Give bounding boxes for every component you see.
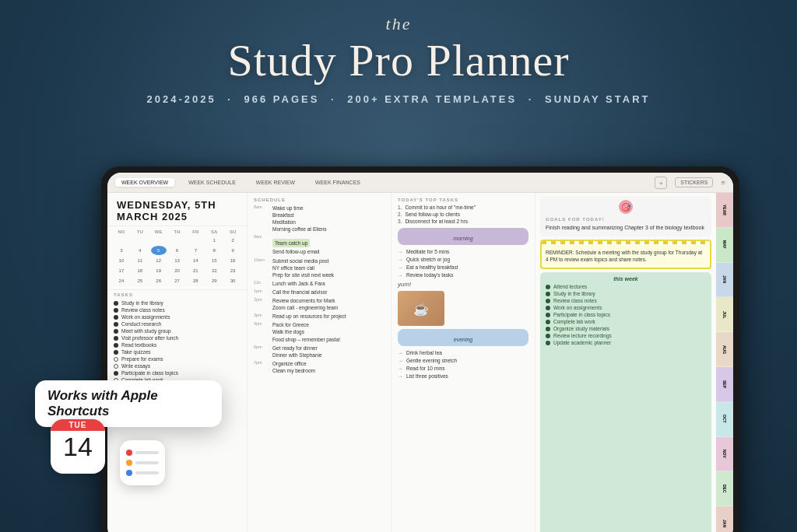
column-top-tasks: TODAY'S TOP TASKS 1. Commit to an hour o… xyxy=(391,193,535,532)
reminder-bar xyxy=(135,461,159,464)
week-text: Participate in class topics xyxy=(553,312,610,317)
tab-dec-label: DEC xyxy=(722,485,727,493)
top-task-text: Disconnect for at least 2 hrs xyxy=(405,219,468,224)
cal-day xyxy=(170,236,185,245)
subtitle-templates: 200+ EXTRA TEMPLATES xyxy=(347,93,517,105)
tab-may[interactable]: MAY xyxy=(716,228,733,263)
schedule-events: Call the financial advisor xyxy=(272,289,384,296)
morning-section-pill: morning xyxy=(398,228,528,245)
schedule-events: Submit social media post NY office team … xyxy=(272,257,384,278)
morning-item-text: Review today's tasks xyxy=(406,272,454,278)
schedule-events: Lunch with Jack & Fara xyxy=(272,280,384,287)
yum-label: yum! xyxy=(391,279,535,289)
morning-item-text: Meditate for 5 mins xyxy=(406,249,449,254)
tab-jul[interactable]: JUL xyxy=(716,297,733,332)
task-text: Participate in class topics xyxy=(121,370,178,376)
tab-sep[interactable]: SEP xyxy=(716,367,733,402)
task-bullet-empty xyxy=(114,357,118,362)
list-item: Meet with study group xyxy=(107,327,247,334)
top-task-num: 1. xyxy=(398,205,402,210)
evening-item-4: → List three positives xyxy=(391,373,535,380)
tab-jan2[interactable]: JAN xyxy=(716,506,733,532)
task-bullet-filled xyxy=(114,301,118,306)
schedule-3pm: 3pm Read up on resources for project xyxy=(248,312,391,320)
arrow-icon: → xyxy=(398,358,403,364)
task-bullet-empty xyxy=(114,364,118,369)
schedule-1pm: 1pm Call the financial advisor xyxy=(248,288,391,296)
tab-year[interactable]: YEAR xyxy=(716,193,733,228)
schedule-events: Read up on resources for project xyxy=(272,313,384,320)
tab-week-overview[interactable]: WEEK OVERVIEW xyxy=(115,178,174,187)
schedule-event: Wake up time xyxy=(272,205,384,212)
goals-label: GOALS FOR TODAY! xyxy=(546,217,706,222)
week-bullet xyxy=(546,285,550,289)
current-date: WEDNESDAY, 5TH MARCH 2025 xyxy=(117,199,237,222)
schedule-label: SCHEDULE xyxy=(248,196,391,204)
column-goals: 🎯 GOALS FOR TODAY! Finish reading and su… xyxy=(535,193,716,532)
calendar-app-icon: TUE 14 xyxy=(51,419,105,474)
week-item-4: Work on assignments xyxy=(546,305,706,310)
morning-item-4: → Review today's tasks xyxy=(391,271,535,279)
tab-week-schedule[interactable]: WEEK SCHEDULE xyxy=(182,178,242,187)
arrow-icon: → xyxy=(398,350,403,356)
schedule-event: Clean my bedroom xyxy=(272,367,384,374)
tab-nov[interactable]: NOV xyxy=(716,437,733,472)
cal-day: 3 xyxy=(114,246,129,255)
tab-jan1[interactable]: JAN xyxy=(716,263,733,298)
tab-week-review[interactable]: WEEK REVIEW xyxy=(250,178,301,187)
tab-aug[interactable]: AUG xyxy=(716,332,733,367)
schedule-events: Team catch up Send follow-up email xyxy=(272,234,384,255)
add-tab-button[interactable]: + xyxy=(655,177,667,189)
the-label: the xyxy=(0,14,797,34)
week-bullet xyxy=(546,292,550,296)
cal-day: 14 xyxy=(188,256,203,265)
reminder-bar xyxy=(135,451,159,454)
evening-item-text: Read for 10 mins xyxy=(406,366,445,371)
evening-item-text: Gentle evening stretch xyxy=(406,358,457,363)
week-bullet xyxy=(546,334,550,338)
cal-day: 18 xyxy=(132,266,148,275)
list-item: Study in the library xyxy=(107,299,247,306)
schedule-4pm: 4pm Pack for Greece Walk the dogs Food s… xyxy=(248,320,391,343)
this-week-label: this week xyxy=(546,276,706,282)
tab-week-finances[interactable]: WEEK FINANCES xyxy=(309,178,367,187)
tab-dec[interactable]: DEC xyxy=(716,471,733,506)
reminder-circle-red xyxy=(126,450,132,456)
schedule-events: Review documents for Mark Zoom call - en… xyxy=(272,297,384,311)
arrow-icon: → xyxy=(398,249,403,255)
list-item: Write essays xyxy=(107,362,247,369)
cal-day: 1 xyxy=(206,236,222,245)
time-4pm: 4pm xyxy=(254,321,269,342)
task-text: Meet with study group xyxy=(121,328,171,334)
evening-section-pill: evening xyxy=(398,329,528,346)
top-task-3: 3. Disconnect for at least 2 hrs xyxy=(391,218,535,225)
cal-day: 4 xyxy=(132,246,148,255)
cal-day: 7 xyxy=(188,246,203,255)
schedule-event: Call the financial advisor xyxy=(272,289,384,296)
list-item: Conduct research xyxy=(107,320,247,327)
schedule-events: Get ready for dinner Dinner with Stephan… xyxy=(272,345,384,359)
calendar-day-headers: NO TU WE TH FR SA SU xyxy=(114,229,241,234)
week-text: Review class notes xyxy=(553,298,597,303)
week-item-7: Organize study materials xyxy=(546,326,706,331)
apple-shortcuts-text: Works with Apple Shortcuts xyxy=(47,388,209,419)
top-task-text: Commit to an hour of "me-time" xyxy=(405,205,476,210)
week-text: Work on assignments xyxy=(553,305,602,310)
top-task-num: 3. xyxy=(398,219,402,224)
cal-day: 9 xyxy=(225,246,241,255)
list-item: Work on assignments xyxy=(107,313,247,320)
morning-item-3: → Eat a healthy breakfast xyxy=(391,264,535,271)
calendar-icon-day-num: 14 xyxy=(63,432,93,461)
tab-oct[interactable]: OCT xyxy=(716,402,733,437)
menu-button[interactable]: ≡ xyxy=(721,178,725,187)
cal-day: 16 xyxy=(225,256,241,265)
week-item-8: Review lecture recordings xyxy=(546,333,706,338)
stickers-button[interactable]: STICKERS xyxy=(675,177,713,187)
task-text: Review class notes xyxy=(121,307,165,313)
cal-day: 17 xyxy=(114,266,129,275)
subtitle-start: SUNDAY START xyxy=(545,93,650,105)
week-text: Organize study materials xyxy=(553,326,609,331)
week-bullet xyxy=(546,306,550,310)
subtitle: 2024-2025 · 966 PAGES · 200+ EXTRA TEMPL… xyxy=(0,93,797,105)
reminder-bar xyxy=(135,471,159,474)
